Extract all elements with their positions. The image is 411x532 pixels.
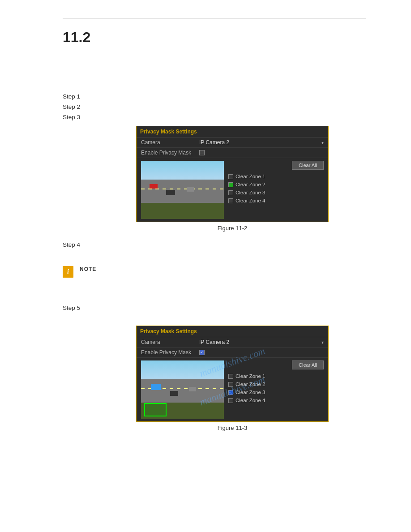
zone2-label: Clear Zone 2 bbox=[235, 182, 265, 187]
camera2-label: Camera bbox=[141, 339, 199, 345]
vehicle3 bbox=[187, 187, 194, 192]
zone2-1-checkbox[interactable] bbox=[228, 374, 233, 379]
section-title: 11.2 bbox=[63, 29, 366, 46]
zone2-1-item: Clear Zone 1 bbox=[228, 373, 324, 379]
road-line bbox=[141, 189, 224, 189]
dialog1-camera-row: Camera IP Camera 2 ▾ bbox=[137, 137, 328, 148]
dialog2-controls: Clear All Clear Zone 1 Clear Zone 2 Clea… bbox=[224, 360, 324, 419]
enable-checkbox-box[interactable] bbox=[199, 150, 205, 155]
sky2 bbox=[141, 360, 224, 379]
vehicle1 bbox=[150, 184, 158, 189]
vehicle2 bbox=[166, 190, 175, 195]
enable-checkbox2[interactable] bbox=[199, 350, 324, 355]
zone2-4-item: Clear Zone 4 bbox=[228, 397, 324, 403]
zone2-4-checkbox[interactable] bbox=[228, 398, 233, 403]
zone2-4-label: Clear Zone 4 bbox=[235, 398, 265, 403]
zone2-3-label: Clear Zone 3 bbox=[235, 390, 265, 395]
dialog2-content: Clear All Clear Zone 1 Clear Zone 2 Clea… bbox=[137, 358, 328, 421]
step4-label: Step 4 bbox=[63, 241, 366, 248]
zone1-checkbox[interactable] bbox=[228, 174, 233, 179]
dialog1-title: Privacy Mask Settings bbox=[137, 126, 328, 137]
note-book-icon bbox=[63, 266, 73, 278]
zone4-checkbox[interactable] bbox=[228, 198, 233, 203]
zone2-2-item: Clear Zone 2 bbox=[228, 381, 324, 387]
page: 11.2 Step 1 Step 2 Step 3 Privacy Mask S… bbox=[0, 0, 411, 532]
vehicle2-2 bbox=[170, 391, 178, 396]
green-area bbox=[141, 203, 224, 219]
zone4-label: Clear Zone 4 bbox=[235, 198, 265, 203]
vehicle2-3 bbox=[189, 387, 196, 391]
zone2-1-label: Clear Zone 1 bbox=[235, 373, 265, 379]
privacy-dialog-1: Privacy Mask Settings Camera IP Camera 2… bbox=[136, 126, 329, 222]
zone2-checkbox[interactable] bbox=[228, 182, 233, 187]
note-icon-container bbox=[63, 266, 76, 279]
figure2-container: manualshive.com manualshive.com Privacy … bbox=[98, 326, 366, 431]
dialog1-controls: Clear All Clear Zone 1 Clear Zone 2 Clea… bbox=[224, 161, 324, 219]
figure1-container: Privacy Mask Settings Camera IP Camera 2… bbox=[98, 126, 366, 232]
camera2-value: IP Camera 2 ▾ bbox=[199, 339, 324, 345]
camera-label: Camera bbox=[141, 139, 199, 146]
enable-privacy2-label: Enable Privacy Mask bbox=[141, 349, 199, 356]
step2-label: Step 2 bbox=[63, 103, 366, 110]
step5-label: Step 5 bbox=[63, 305, 366, 311]
figure2-caption: Figure 11-3 bbox=[218, 425, 247, 431]
road-bg2 bbox=[141, 360, 224, 419]
zone3-label: Clear Zone 3 bbox=[235, 190, 265, 195]
zone2-3-item: Clear Zone 3 bbox=[228, 389, 324, 395]
step1-label: Step 1 bbox=[63, 93, 366, 100]
note-section: NOTE bbox=[63, 266, 366, 279]
top-separator bbox=[63, 18, 366, 18]
dialog2-title: Privacy Mask Settings bbox=[137, 326, 328, 337]
zone3-item: Clear Zone 3 bbox=[228, 189, 324, 196]
enable-checkbox2-box[interactable] bbox=[199, 350, 205, 355]
zone3-checkbox[interactable] bbox=[228, 190, 233, 195]
zone1-label: Clear Zone 1 bbox=[235, 174, 265, 179]
clear-all-btn-1[interactable]: Clear All bbox=[292, 161, 324, 170]
road-bg bbox=[141, 161, 224, 219]
camera-value: IP Camera 2 ▾ bbox=[199, 139, 324, 146]
camera-preview-1 bbox=[141, 161, 224, 219]
privacy-dialog-2: manualshive.com manualshive.com Privacy … bbox=[136, 326, 329, 422]
road bbox=[141, 180, 224, 203]
clear-all-btn-2[interactable]: Clear All bbox=[292, 360, 324, 369]
dialog2-camera-row: Camera IP Camera 2 ▾ bbox=[137, 337, 328, 348]
sky bbox=[141, 161, 224, 180]
note-label: NOTE bbox=[80, 266, 96, 272]
zone2-2-label: Clear Zone 2 bbox=[235, 382, 265, 387]
zone2-3-checkbox[interactable] bbox=[228, 390, 233, 395]
enable-privacy-label: Enable Privacy Mask bbox=[141, 150, 199, 156]
zone2-2-checkbox[interactable] bbox=[228, 382, 233, 387]
drawn-zone-box bbox=[144, 403, 167, 416]
figure1-caption: Figure 11-2 bbox=[218, 225, 247, 232]
road2 bbox=[141, 379, 224, 403]
enable-checkbox[interactable] bbox=[199, 150, 324, 155]
step3-label: Step 3 bbox=[63, 114, 366, 120]
vehicle2-1 bbox=[151, 384, 161, 390]
camera-preview-2 bbox=[141, 360, 224, 419]
zone2-item: Clear Zone 2 bbox=[228, 181, 324, 188]
dialog1-enable-row: Enable Privacy Mask bbox=[137, 148, 328, 158]
zone4-item: Clear Zone 4 bbox=[228, 197, 324, 204]
dialog2-enable-row: Enable Privacy Mask bbox=[137, 348, 328, 358]
dialog1-content: Clear All Clear Zone 1 Clear Zone 2 Clea… bbox=[137, 158, 328, 222]
zone1-item: Clear Zone 1 bbox=[228, 173, 324, 180]
